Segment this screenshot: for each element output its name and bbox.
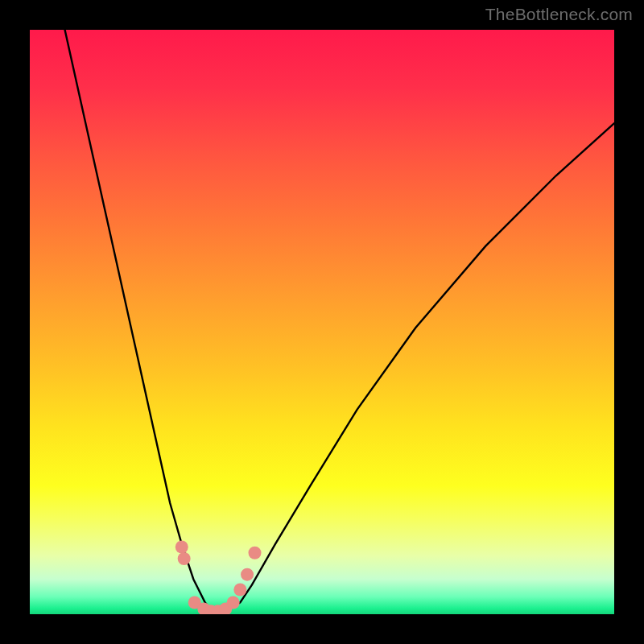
chart-frame: TheBottleneck.com bbox=[0, 0, 644, 644]
watermark-text: TheBottleneck.com bbox=[485, 5, 633, 24]
plot-area bbox=[30, 30, 614, 614]
marker-dot bbox=[233, 584, 246, 597]
marker-dot bbox=[175, 541, 188, 554]
bottleneck-curve bbox=[65, 30, 614, 613]
marker-dot bbox=[227, 596, 240, 609]
marker-dot bbox=[241, 568, 254, 581]
marker-dot bbox=[249, 547, 262, 559]
marker-dot bbox=[178, 552, 191, 565]
marker-group bbox=[175, 541, 262, 614]
chart-svg bbox=[30, 30, 614, 614]
